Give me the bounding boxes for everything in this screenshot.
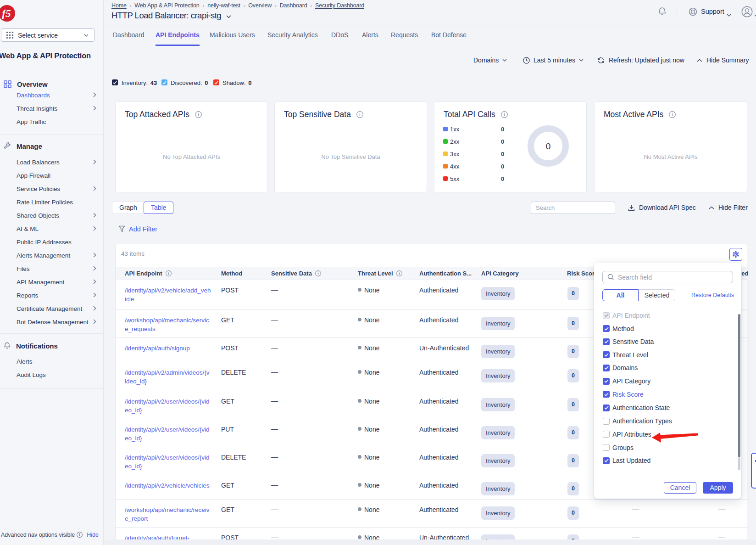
svg-text:0: 0 <box>546 141 551 151</box>
svg-text:f5: f5 <box>2 7 11 19</box>
